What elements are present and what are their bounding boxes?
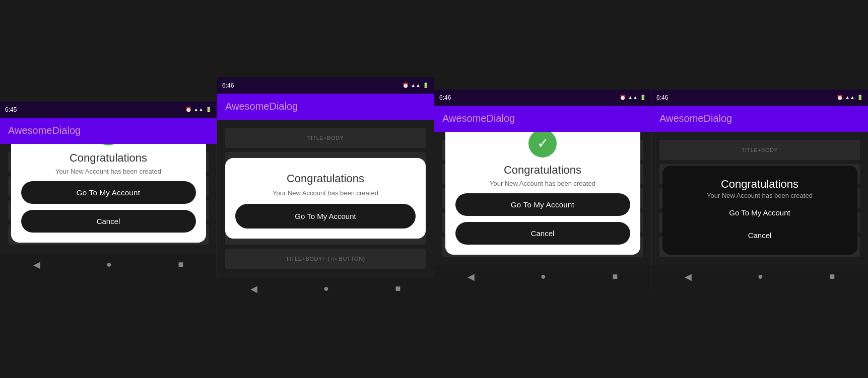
nav-bar-4: ◀ ● ■ (651, 265, 868, 289)
go-to-account-btn-4[interactable]: Go To My Account (673, 203, 847, 222)
app-bar-4: AwesomeDialog (651, 106, 868, 132)
dialog-overlay-1: ✓ Congratulations Your New Account has b… (0, 144, 217, 253)
dialog-4: Congratulations Your New Account has bee… (662, 166, 857, 255)
recent-icon-4[interactable]: ■ (829, 271, 835, 282)
content-4: TITLE+BODY ICON+TITLE+BODY ICON+TITLE+BO… (651, 132, 868, 265)
recent-icon-1[interactable]: ■ (178, 259, 183, 270)
go-to-account-btn-1[interactable]: Go To My Account (21, 181, 196, 204)
recent-icon-3[interactable]: ■ (612, 271, 618, 282)
status-icons-3: ⏰ ▲▲ 🔋 (620, 95, 646, 100)
dialog-body-3: Your New Account has been created (490, 180, 595, 187)
alarm-icon-1: ⏰ (185, 107, 191, 112)
dialog-1: ✓ Congratulations Your New Account has b… (11, 144, 206, 243)
dialog-2: Congratulations Your New Account has bee… (225, 158, 426, 239)
cancel-btn-4[interactable]: Cancel (673, 226, 847, 245)
dialog-overlay-4: Congratulations Your New Account has bee… (651, 132, 868, 265)
status-icons-4: ⏰ ▲▲ 🔋 (837, 95, 863, 100)
app-title-1: AwesomeDialog (8, 125, 81, 136)
phone-2: 6:46 ⏰ ▲▲ 🔋 AwesomeDialog TITLE+BODY ICO… (217, 78, 434, 301)
time-2: 6:46 (222, 82, 234, 89)
go-to-account-btn-2[interactable]: Go To My Account (235, 204, 416, 229)
signal-icon-1: ▲▲ (193, 107, 204, 112)
back-icon-4[interactable]: ◀ (685, 271, 692, 282)
status-bar-3: 6:46 ⏰ ▲▲ 🔋 (434, 90, 651, 106)
phone-4: 6:46 ⏰ ▲▲ 🔋 AwesomeDialog TITLE+BODY ICO… (651, 90, 868, 289)
status-icons-1: ⏰ ▲▲ 🔋 (185, 107, 212, 112)
app-title-4: AwesomeDialog (659, 113, 732, 124)
time-3: 6:46 (439, 94, 451, 101)
phone-3: 6:46 ⏰ ▲▲ 🔋 AwesomeDialog TITLE+BODY ICO… (434, 90, 651, 289)
back-icon-3[interactable]: ◀ (468, 271, 475, 282)
battery-icon-4: 🔋 (857, 95, 863, 100)
back-icon-2[interactable]: ◀ (250, 283, 257, 294)
battery-icon-2: 🔋 (423, 83, 429, 88)
app-bar-3: AwesomeDialog (434, 106, 651, 132)
signal-icon-4: ▲▲ (845, 95, 855, 100)
app-bar-1: AwesomeDialog (0, 118, 217, 144)
phone-1: 6:45 ⏰ ▲▲ 🔋 AwesomeDialog TITLE+BODY ICO… (0, 102, 217, 277)
nav-bar-3: ◀ ● ■ (434, 265, 651, 289)
dialog-body-2: Your New Account has been created (273, 189, 378, 197)
check-icon-3: ✓ (528, 132, 557, 158)
app-bar-2: AwesomeDialog (217, 94, 434, 120)
nav-bar-1: ◀ ● ■ (0, 253, 217, 277)
content-1: TITLE+BODY ICON+TITLE+BODY ICON+TITLE+BO… (0, 144, 217, 253)
dialog-body-1: Your New Account has been created (55, 168, 161, 175)
dialog-title-1: Congratulations (70, 152, 147, 165)
app-title-3: AwesomeDialog (442, 113, 515, 124)
home-icon-2[interactable]: ● (323, 283, 329, 294)
dialog-body-4: Your New Account has been created (707, 192, 813, 199)
home-icon-4[interactable]: ● (758, 271, 763, 282)
alarm-icon-3: ⏰ (620, 95, 626, 100)
nav-bar-2: ◀ ● ■ (217, 277, 434, 301)
home-icon-1[interactable]: ● (106, 259, 112, 270)
alarm-icon-4: ⏰ (837, 95, 843, 100)
dialog-overlay-2: Congratulations Your New Account has bee… (217, 120, 434, 277)
content-2: TITLE+BODY ICON+TITLE+BODY ICON+TITLE+BO… (217, 120, 434, 277)
alarm-icon-2: ⏰ (403, 83, 409, 88)
cancel-btn-1[interactable]: Cancel (21, 210, 196, 233)
battery-icon-3: 🔋 (640, 95, 646, 100)
dialog-title-2: Congratulations (287, 172, 364, 185)
status-bar-2: 6:46 ⏰ ▲▲ 🔋 (217, 78, 434, 94)
battery-icon-1: 🔋 (206, 107, 212, 112)
dialog-title-4: Congratulations (721, 178, 798, 191)
status-bar-1: 6:45 ⏰ ▲▲ 🔋 (0, 102, 217, 118)
status-bar-4: 6:46 ⏰ ▲▲ 🔋 (651, 90, 868, 106)
content-3: TITLE+BODY ICON+TITLE+BODY ICON+TITLE+BO… (434, 132, 651, 265)
app-title-2: AwesomeDialog (225, 101, 298, 112)
dialog-3: ✓ Congratulations Your New Account has b… (445, 132, 640, 255)
check-icon-1: ✓ (94, 144, 122, 145)
cancel-btn-3[interactable]: Cancel (455, 222, 630, 245)
dialog-title-3: Congratulations (504, 164, 581, 177)
dialog-overlay-3: ✓ Congratulations Your New Account has b… (434, 132, 651, 265)
signal-icon-3: ▲▲ (628, 95, 638, 100)
go-to-account-btn-3[interactable]: Go To My Account (455, 193, 630, 216)
recent-icon-2[interactable]: ■ (395, 283, 400, 294)
signal-icon-2: ▲▲ (411, 83, 421, 88)
time-4: 6:46 (656, 94, 668, 101)
back-icon-1[interactable]: ◀ (33, 259, 40, 270)
home-icon-3[interactable]: ● (541, 271, 546, 282)
time-1: 6:45 (5, 106, 17, 113)
status-icons-2: ⏰ ▲▲ 🔋 (403, 83, 429, 88)
